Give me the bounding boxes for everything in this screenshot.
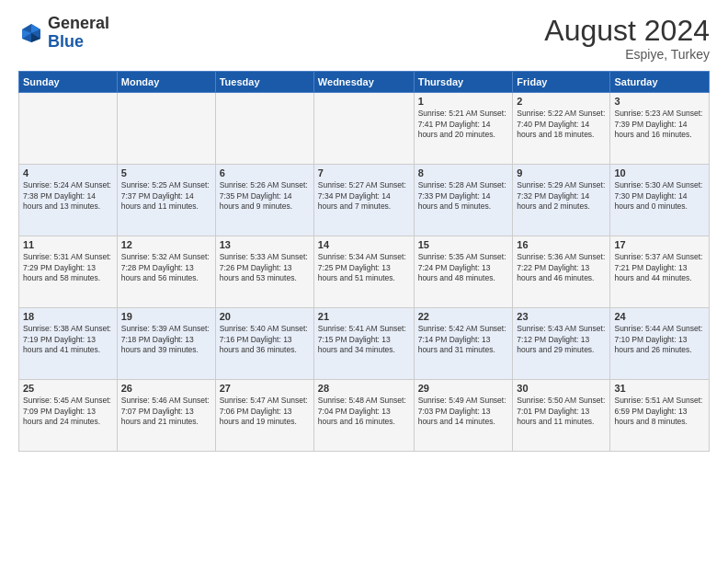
cell-w0-d1 (117, 93, 215, 165)
day-info: Sunrise: 5:22 AM Sunset: 7:40 PM Dayligh… (517, 109, 606, 140)
day-info: Sunrise: 5:37 AM Sunset: 7:21 PM Dayligh… (614, 252, 705, 283)
col-monday: Monday (117, 72, 215, 93)
cell-w1-d3: 7Sunrise: 5:27 AM Sunset: 7:34 PM Daylig… (313, 165, 414, 236)
day-number: 16 (517, 239, 606, 250)
day-number: 1 (418, 96, 509, 107)
cell-w1-d0: 4Sunrise: 5:24 AM Sunset: 7:38 PM Daylig… (19, 165, 118, 236)
logo-text: General Blue (48, 15, 109, 52)
day-info: Sunrise: 5:47 AM Sunset: 7:06 PM Dayligh… (220, 396, 310, 427)
day-number: 7 (318, 167, 410, 178)
day-info: Sunrise: 5:38 AM Sunset: 7:19 PM Dayligh… (23, 324, 113, 355)
cell-w2-d2: 13Sunrise: 5:33 AM Sunset: 7:26 PM Dayli… (215, 236, 313, 308)
day-number: 27 (220, 383, 310, 394)
day-info: Sunrise: 5:39 AM Sunset: 7:18 PM Dayligh… (121, 324, 211, 355)
cell-w0-d6: 3Sunrise: 5:23 AM Sunset: 7:39 PM Daylig… (610, 93, 710, 165)
logo-general: General (48, 14, 109, 32)
day-number: 17 (614, 239, 705, 250)
day-number: 5 (121, 167, 211, 178)
cell-w2-d5: 16Sunrise: 5:36 AM Sunset: 7:22 PM Dayli… (513, 236, 610, 308)
week-row-3: 18Sunrise: 5:38 AM Sunset: 7:19 PM Dayli… (19, 308, 710, 380)
cell-w3-d5: 23Sunrise: 5:43 AM Sunset: 7:12 PM Dayli… (513, 308, 610, 380)
day-info: Sunrise: 5:27 AM Sunset: 7:34 PM Dayligh… (318, 180, 410, 212)
day-number: 9 (517, 167, 606, 178)
logo-icon (18, 20, 44, 46)
day-number: 13 (220, 239, 310, 250)
cell-w4-d0: 25Sunrise: 5:45 AM Sunset: 7:09 PM Dayli… (19, 380, 118, 452)
day-number: 19 (121, 311, 211, 322)
day-number: 25 (23, 383, 113, 394)
col-tuesday: Tuesday (215, 72, 313, 93)
cell-w2-d3: 14Sunrise: 5:34 AM Sunset: 7:25 PM Dayli… (313, 236, 414, 308)
day-info: Sunrise: 5:28 AM Sunset: 7:33 PM Dayligh… (418, 180, 509, 212)
cell-w4-d2: 27Sunrise: 5:47 AM Sunset: 7:06 PM Dayli… (215, 380, 313, 452)
day-info: Sunrise: 5:33 AM Sunset: 7:26 PM Dayligh… (220, 252, 310, 283)
day-info: Sunrise: 5:50 AM Sunset: 7:01 PM Dayligh… (517, 396, 606, 427)
title-block: August 2024 Espiye, Turkey (544, 15, 710, 62)
day-number: 18 (23, 311, 113, 322)
day-number: 28 (318, 383, 410, 394)
day-number: 21 (318, 311, 410, 322)
day-info: Sunrise: 5:46 AM Sunset: 7:07 PM Dayligh… (121, 396, 211, 427)
day-info: Sunrise: 5:35 AM Sunset: 7:24 PM Dayligh… (418, 252, 509, 283)
day-number: 29 (418, 383, 509, 394)
cell-w2-d0: 11Sunrise: 5:31 AM Sunset: 7:29 PM Dayli… (19, 236, 118, 308)
day-info: Sunrise: 5:32 AM Sunset: 7:28 PM Dayligh… (121, 252, 211, 283)
day-number: 4 (23, 167, 113, 178)
day-info: Sunrise: 5:31 AM Sunset: 7:29 PM Dayligh… (23, 252, 113, 283)
day-info: Sunrise: 5:30 AM Sunset: 7:30 PM Dayligh… (614, 180, 705, 212)
cell-w3-d6: 24Sunrise: 5:44 AM Sunset: 7:10 PM Dayli… (610, 308, 710, 380)
cell-w2-d4: 15Sunrise: 5:35 AM Sunset: 7:24 PM Dayli… (414, 236, 513, 308)
cell-w0-d3 (313, 93, 414, 165)
cell-w1-d5: 9Sunrise: 5:29 AM Sunset: 7:32 PM Daylig… (513, 165, 610, 236)
cell-w4-d4: 29Sunrise: 5:49 AM Sunset: 7:03 PM Dayli… (414, 380, 513, 452)
col-wednesday: Wednesday (313, 72, 414, 93)
day-number: 12 (121, 239, 211, 250)
cell-w0-d4: 1Sunrise: 5:21 AM Sunset: 7:41 PM Daylig… (414, 93, 513, 165)
day-info: Sunrise: 5:26 AM Sunset: 7:35 PM Dayligh… (220, 180, 310, 212)
col-friday: Friday (513, 72, 610, 93)
day-number: 2 (517, 96, 606, 107)
cell-w4-d1: 26Sunrise: 5:46 AM Sunset: 7:07 PM Dayli… (117, 380, 215, 452)
day-number: 15 (418, 239, 509, 250)
cell-w0-d2 (215, 93, 313, 165)
day-info: Sunrise: 5:43 AM Sunset: 7:12 PM Dayligh… (517, 324, 606, 355)
header: General Blue August 2024 Espiye, Turkey (18, 15, 710, 62)
cell-w1-d2: 6Sunrise: 5:26 AM Sunset: 7:35 PM Daylig… (215, 165, 313, 236)
week-row-4: 25Sunrise: 5:45 AM Sunset: 7:09 PM Dayli… (19, 380, 710, 452)
day-number: 8 (418, 167, 509, 178)
col-thursday: Thursday (414, 72, 513, 93)
day-info: Sunrise: 5:29 AM Sunset: 7:32 PM Dayligh… (517, 180, 606, 212)
day-number: 20 (220, 311, 310, 322)
cell-w3-d3: 21Sunrise: 5:41 AM Sunset: 7:15 PM Dayli… (313, 308, 414, 380)
cell-w3-d0: 18Sunrise: 5:38 AM Sunset: 7:19 PM Dayli… (19, 308, 118, 380)
month-year: August 2024 (544, 15, 710, 47)
logo-blue: Blue (48, 32, 84, 51)
cell-w0-d0 (19, 93, 118, 165)
col-sunday: Sunday (19, 72, 118, 93)
location: Espiye, Turkey (544, 47, 710, 62)
day-info: Sunrise: 5:21 AM Sunset: 7:41 PM Dayligh… (418, 109, 509, 140)
week-row-2: 11Sunrise: 5:31 AM Sunset: 7:29 PM Dayli… (19, 236, 710, 308)
day-number: 6 (220, 167, 310, 178)
cell-w1-d1: 5Sunrise: 5:25 AM Sunset: 7:37 PM Daylig… (117, 165, 215, 236)
cell-w3-d1: 19Sunrise: 5:39 AM Sunset: 7:18 PM Dayli… (117, 308, 215, 380)
day-number: 24 (614, 311, 705, 322)
day-number: 11 (23, 239, 113, 250)
page: General Blue August 2024 Espiye, Turkey … (0, 0, 728, 563)
day-info: Sunrise: 5:36 AM Sunset: 7:22 PM Dayligh… (517, 252, 606, 283)
day-info: Sunrise: 5:42 AM Sunset: 7:14 PM Dayligh… (418, 324, 509, 355)
week-row-0: 1Sunrise: 5:21 AM Sunset: 7:41 PM Daylig… (19, 93, 710, 165)
day-info: Sunrise: 5:51 AM Sunset: 6:59 PM Dayligh… (614, 396, 705, 427)
cell-w2-d1: 12Sunrise: 5:32 AM Sunset: 7:28 PM Dayli… (117, 236, 215, 308)
day-info: Sunrise: 5:44 AM Sunset: 7:10 PM Dayligh… (614, 324, 705, 355)
week-row-1: 4Sunrise: 5:24 AM Sunset: 7:38 PM Daylig… (19, 165, 710, 236)
logo: General Blue (18, 15, 109, 52)
day-info: Sunrise: 5:48 AM Sunset: 7:04 PM Dayligh… (318, 396, 410, 427)
cell-w4-d6: 31Sunrise: 5:51 AM Sunset: 6:59 PM Dayli… (610, 380, 710, 452)
cell-w0-d5: 2Sunrise: 5:22 AM Sunset: 7:40 PM Daylig… (513, 93, 610, 165)
day-info: Sunrise: 5:41 AM Sunset: 7:15 PM Dayligh… (318, 324, 410, 355)
cell-w4-d3: 28Sunrise: 5:48 AM Sunset: 7:04 PM Dayli… (313, 380, 414, 452)
day-info: Sunrise: 5:23 AM Sunset: 7:39 PM Dayligh… (614, 109, 705, 140)
day-info: Sunrise: 5:25 AM Sunset: 7:37 PM Dayligh… (121, 180, 211, 212)
day-info: Sunrise: 5:24 AM Sunset: 7:38 PM Dayligh… (23, 180, 113, 212)
